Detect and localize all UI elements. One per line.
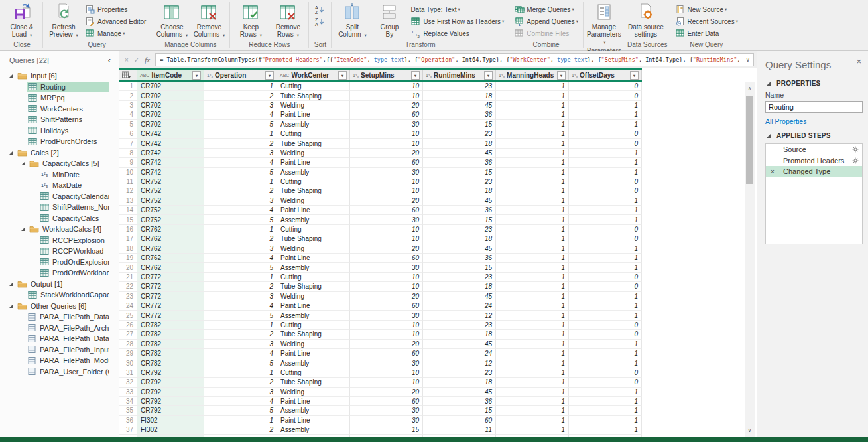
cell[interactable]: 1 [496, 91, 569, 100]
cell[interactable]: 4 [204, 301, 277, 311]
cell[interactable]: Assembly [277, 425, 350, 435]
cell[interactable]: Paint Line [277, 158, 350, 167]
delete-step-icon[interactable]: × [771, 168, 775, 175]
cell[interactable]: Assembly [277, 358, 350, 368]
cell[interactable]: CR782 [137, 321, 204, 330]
query-item-rccpworkload[interactable]: RCCPWorkload [0, 246, 119, 257]
remove-rows-button[interactable]: RemoveRows ▾ [269, 1, 306, 38]
column-header-setupmins[interactable]: 1²₃SetupMins▾ [350, 70, 423, 80]
query-item-para-filepath-modules-c-p[interactable]: PARA_FilePath_Modules (C:\P-... [0, 355, 119, 366]
cell[interactable]: Welding [277, 292, 350, 301]
cell[interactable]: CR742 [137, 139, 204, 148]
query-item-other-queries-6[interactable]: Other Queries [6] [0, 301, 119, 312]
cell[interactable]: CR702 [137, 82, 204, 91]
row-number[interactable]: 21 [119, 273, 137, 282]
cell[interactable]: 4 [204, 158, 277, 167]
cell[interactable]: 0 [569, 139, 642, 148]
cell[interactable]: 3 [204, 244, 277, 254]
row-number[interactable]: 30 [119, 358, 137, 368]
cell[interactable]: CR762 [137, 225, 204, 234]
query-item-calcs-2[interactable]: Calcs [2] [0, 147, 119, 159]
cell[interactable]: Assembly [277, 311, 350, 320]
cell[interactable]: 4 [204, 254, 277, 263]
cell[interactable]: CR762 [137, 263, 204, 272]
cell[interactable]: 2 [204, 139, 277, 148]
cell[interactable]: 1 [496, 282, 569, 291]
remove-columns-button[interactable]: RemoveColumns ▾ [190, 1, 227, 38]
cell[interactable]: 1 [569, 358, 642, 368]
expand-triangle-icon[interactable] [8, 281, 15, 287]
query-item-output-1[interactable]: Output [1] [0, 279, 119, 290]
column-header-runtimemins[interactable]: 1²₃RuntimeMins▾ [423, 70, 496, 80]
cell[interactable]: 15 [423, 120, 496, 129]
row-number[interactable]: 37 [119, 425, 137, 435]
query-item-capacitycalcs-5[interactable]: CapacityCalcs [5] [0, 158, 119, 169]
row-number[interactable]: 3 [119, 101, 137, 110]
cell[interactable]: 1 [496, 196, 569, 206]
cell[interactable]: 18 [423, 139, 496, 148]
cell[interactable]: 5 [204, 358, 277, 368]
cell[interactable]: 1 [496, 378, 569, 387]
row-number[interactable]: 18 [119, 244, 137, 254]
cell[interactable]: CR782 [137, 349, 204, 358]
cell[interactable]: 1 [204, 225, 277, 234]
cell[interactable]: FI302 [137, 416, 204, 425]
cell[interactable]: 30 [350, 311, 423, 320]
use-first-row-as-headers-button[interactable]: Use First Row as Headers▾ [408, 15, 507, 27]
cell[interactable]: Paint Line [277, 349, 350, 358]
cell[interactable]: 2 [204, 91, 277, 100]
cell[interactable]: Cutting [277, 82, 350, 91]
cell[interactable]: 1 [496, 101, 569, 110]
cell[interactable]: Tube Shaping [277, 91, 350, 100]
cell[interactable]: 4 [204, 206, 277, 215]
query-name-input[interactable] [765, 101, 863, 113]
cell[interactable]: 1 [496, 292, 569, 301]
cell[interactable]: CR792 [137, 388, 204, 397]
close-load-button[interactable]: Close &Load ▾ [3, 1, 40, 38]
cell[interactable]: 1 [496, 254, 569, 263]
cell[interactable]: 0 [569, 330, 642, 339]
cell[interactable]: 1 [569, 292, 642, 301]
properties-button[interactable]: Properties [82, 3, 149, 15]
cell[interactable]: 20 [350, 196, 423, 206]
query-item-mrppq[interactable]: MRPpq [0, 92, 119, 104]
cell[interactable]: 23 [423, 177, 496, 186]
cell[interactable]: 45 [423, 149, 496, 158]
cell[interactable]: Cutting [277, 273, 350, 282]
manage-parameters-button[interactable]: ManageParameters ▾ [586, 1, 623, 46]
cell[interactable]: 1 [496, 368, 569, 378]
cell[interactable]: 36 [423, 158, 496, 167]
cell[interactable]: Welding [277, 149, 350, 158]
cell[interactable]: FI342 [137, 435, 204, 437]
row-number[interactable]: 24 [119, 301, 137, 311]
cell[interactable]: Assembly [277, 215, 350, 224]
cell[interactable]: 24 [423, 301, 496, 311]
cell[interactable]: 0 [569, 186, 642, 196]
row-number[interactable]: 5 [119, 120, 137, 129]
query-item-prodordworkload[interactable]: ProdOrdWorkload [0, 267, 119, 279]
query-item-para-filepath-archive-c-p-s[interactable]: PARA_FilePath_Archive (C:\P-S_... [0, 323, 119, 334]
query-item-holidays[interactable]: Holidays [0, 125, 119, 137]
formula-input[interactable]: = Table.TransformColumnTypes(#"Promoted … [155, 53, 754, 66]
cell[interactable]: 15 [423, 406, 496, 415]
cell[interactable]: Assembly [277, 168, 350, 177]
column-header-operation[interactable]: 1²₃Operation▾ [204, 70, 277, 80]
cell[interactable]: 5 [204, 263, 277, 272]
cell[interactable]: 23 [423, 225, 496, 234]
close-panel-icon[interactable]: × [856, 56, 861, 66]
cell[interactable]: CR752 [137, 186, 204, 196]
cell[interactable]: CR752 [137, 215, 204, 224]
cell[interactable]: 3 [204, 292, 277, 301]
append-queries-button[interactable]: Append Queries▾ [511, 15, 581, 27]
cell[interactable]: Paint Line [277, 435, 350, 437]
cell[interactable]: 1 [569, 110, 642, 119]
query-item-para-user-folder-c-users-gt[interactable]: PARA_User_Folder (C:\Users\gt... [0, 366, 119, 378]
cell[interactable]: Paint Line [277, 301, 350, 311]
cell[interactable]: 1 [496, 358, 569, 368]
cell[interactable]: 0 [569, 177, 642, 186]
cell[interactable]: 60 [350, 158, 423, 167]
cell[interactable]: 30 [350, 435, 423, 437]
cell[interactable]: 18 [423, 378, 496, 387]
row-number[interactable]: 1 [119, 82, 137, 91]
cell[interactable]: 1 [569, 254, 642, 263]
